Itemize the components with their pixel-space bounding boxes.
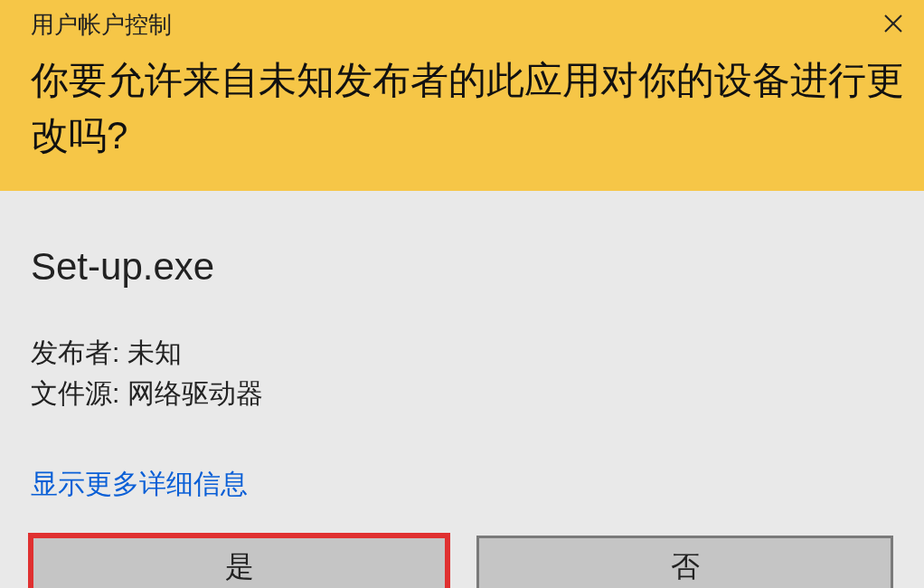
no-button[interactable]: 否 (476, 536, 893, 588)
yes-button[interactable]: 是 (31, 536, 448, 588)
show-more-details-link[interactable]: 显示更多详细信息 (31, 466, 248, 503)
uac-question: 你要允许来自未知发布者的此应用对你的设备进行更改吗? (31, 53, 910, 164)
button-row: 是 否 (0, 536, 924, 588)
close-button[interactable] (879, 9, 908, 38)
publisher-line: 发布者: 未知 (31, 332, 893, 373)
uac-body: Set-up.exe 发布者: 未知 文件源: 网络驱动器 显示更多详细信息 (0, 191, 924, 503)
source-value: 网络驱动器 (127, 378, 263, 408)
publisher-value: 未知 (127, 337, 182, 367)
dialog-title: 用户帐户控制 (31, 9, 172, 41)
close-icon (882, 13, 904, 34)
title-row: 用户帐户控制 (31, 9, 910, 41)
source-line: 文件源: 网络驱动器 (31, 373, 893, 413)
app-name: Set-up.exe (31, 245, 893, 289)
uac-header: 用户帐户控制 你要允许来自未知发布者的此应用对你的设备进行更改吗? (0, 0, 924, 191)
source-label: 文件源 (31, 378, 112, 408)
publisher-label: 发布者 (31, 337, 112, 367)
